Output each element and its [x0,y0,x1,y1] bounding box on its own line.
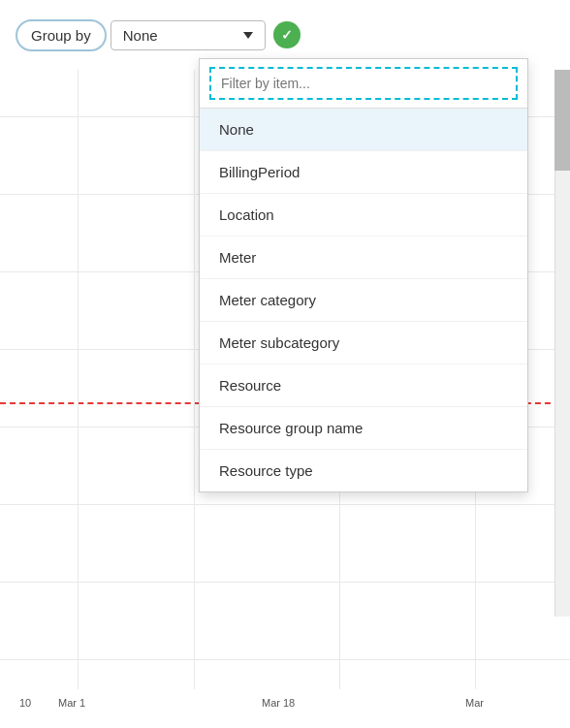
confirm-button[interactable] [273,21,301,48]
dropdown-item[interactable]: Resource group name [200,407,527,450]
dropdown-item[interactable]: Resource type [200,450,527,491]
chart-grid-line [78,0,79,728]
chart-grid-line [194,0,195,728]
scroll-thumb[interactable] [554,54,570,171]
axis-label: Mar 18 [262,697,295,709]
group-by-dropdown[interactable]: None [111,20,266,50]
chart-grid-line [0,582,570,583]
filter-input-wrapper [200,59,527,109]
dropdown-panel: None BillingPeriod Location Meter Meter … [199,58,528,492]
axis-label: 10 [19,697,31,709]
scroll-track [554,54,570,617]
chart-grid-line [0,659,570,660]
chevron-down-icon [243,32,253,39]
dropdown-item[interactable]: Meter category [200,279,527,322]
dropdown-item[interactable]: None [200,109,527,151]
chart-axis: 10 Mar 1 Mar 18 Mar [0,689,570,728]
dropdown-item[interactable]: Resource [200,364,527,407]
axis-label: Mar 1 [58,697,85,709]
axis-label: Mar [465,697,484,709]
dropdown-item[interactable]: Location [200,194,527,237]
group-by-label: Group by [31,27,91,44]
dropdown-item[interactable]: Meter subcategory [200,322,527,364]
filter-input[interactable] [209,67,518,100]
chart-grid-line [0,504,570,505]
dropdown-item[interactable]: BillingPeriod [200,151,527,194]
dropdown-list: None BillingPeriod Location Meter Meter … [200,109,527,491]
selected-value: None [123,27,232,44]
group-by-pill[interactable]: Group by [16,19,107,51]
dropdown-item[interactable]: Meter [200,237,527,279]
